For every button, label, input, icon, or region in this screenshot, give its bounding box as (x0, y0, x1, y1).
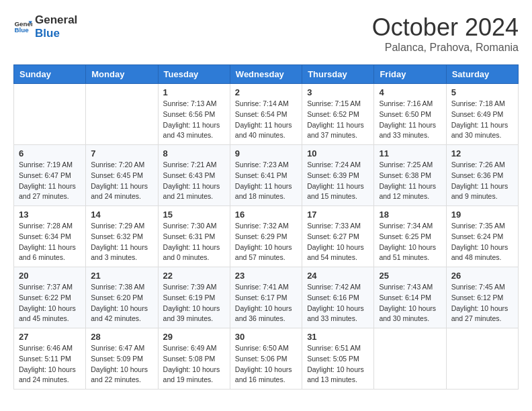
logo-text-general: General (35, 13, 77, 27)
day-info: Sunrise: 6:51 AMSunset: 5:05 PMDaylight:… (307, 343, 369, 385)
day-number: 1 (163, 87, 225, 97)
day-info: Sunrise: 7:26 AMSunset: 6:36 PMDaylight:… (451, 160, 513, 202)
weekday-header-friday: Friday (374, 65, 446, 84)
day-number: 23 (235, 271, 297, 281)
month-title: October 2024 (372, 13, 519, 42)
day-number: 12 (451, 148, 513, 158)
svg-text:Blue: Blue (14, 27, 29, 34)
calendar-cell: 31 Sunrise: 6:51 AMSunset: 5:05 PMDaylig… (302, 328, 374, 390)
day-info: Sunrise: 7:13 AMSunset: 6:56 PMDaylight:… (163, 99, 225, 141)
calendar-cell: 9 Sunrise: 7:23 AMSunset: 6:41 PMDayligh… (230, 145, 302, 206)
day-number: 4 (379, 87, 441, 97)
calendar-cell: 8 Sunrise: 7:21 AMSunset: 6:43 PMDayligh… (158, 145, 230, 206)
calendar-cell: 24 Sunrise: 7:42 AMSunset: 6:16 PMDaylig… (302, 267, 374, 328)
day-info: Sunrise: 6:50 AMSunset: 5:06 PMDaylight:… (235, 343, 297, 385)
day-info: Sunrise: 7:23 AMSunset: 6:41 PMDaylight:… (235, 160, 297, 202)
day-info: Sunrise: 7:30 AMSunset: 6:31 PMDaylight:… (163, 221, 225, 263)
day-info: Sunrise: 7:39 AMSunset: 6:19 PMDaylight:… (163, 282, 225, 324)
day-info: Sunrise: 6:49 AMSunset: 5:08 PMDaylight:… (163, 343, 225, 385)
day-info: Sunrise: 7:14 AMSunset: 6:54 PMDaylight:… (235, 99, 297, 141)
calendar-cell: 4 Sunrise: 7:16 AMSunset: 6:50 PMDayligh… (374, 84, 446, 145)
calendar-cell: 14 Sunrise: 7:29 AMSunset: 6:32 PMDaylig… (86, 206, 158, 267)
day-info: Sunrise: 6:46 AMSunset: 5:11 PMDaylight:… (19, 343, 81, 385)
calendar-cell (446, 328, 518, 390)
calendar-cell: 30 Sunrise: 6:50 AMSunset: 5:06 PMDaylig… (230, 328, 302, 390)
week-row-5: 27 Sunrise: 6:46 AMSunset: 5:11 PMDaylig… (14, 328, 519, 390)
calendar-cell: 2 Sunrise: 7:14 AMSunset: 6:54 PMDayligh… (230, 84, 302, 145)
calendar-cell: 11 Sunrise: 7:25 AMSunset: 6:38 PMDaylig… (374, 145, 446, 206)
day-info: Sunrise: 7:35 AMSunset: 6:24 PMDaylight:… (451, 221, 513, 263)
day-number: 26 (451, 271, 513, 281)
calendar-cell: 1 Sunrise: 7:13 AMSunset: 6:56 PMDayligh… (158, 84, 230, 145)
day-number: 25 (379, 271, 441, 281)
calendar-cell: 10 Sunrise: 7:24 AMSunset: 6:39 PMDaylig… (302, 145, 374, 206)
calendar-table: SundayMondayTuesdayWednesdayThursdayFrid… (13, 64, 519, 390)
day-info: Sunrise: 7:43 AMSunset: 6:14 PMDaylight:… (379, 282, 441, 324)
calendar-cell: 26 Sunrise: 7:45 AMSunset: 6:12 PMDaylig… (446, 267, 518, 328)
day-info: Sunrise: 7:20 AMSunset: 6:45 PMDaylight:… (91, 160, 152, 202)
calendar-cell: 22 Sunrise: 7:39 AMSunset: 6:19 PMDaylig… (158, 267, 230, 328)
day-number: 28 (91, 332, 152, 342)
day-info: Sunrise: 7:18 AMSunset: 6:49 PMDaylight:… (451, 99, 513, 141)
day-number: 13 (19, 210, 81, 220)
day-info: Sunrise: 6:47 AMSunset: 5:09 PMDaylight:… (91, 343, 152, 385)
weekday-header-saturday: Saturday (446, 65, 518, 84)
week-row-3: 13 Sunrise: 7:28 AMSunset: 6:34 PMDaylig… (14, 206, 519, 267)
day-number: 22 (163, 271, 225, 281)
day-info: Sunrise: 7:21 AMSunset: 6:43 PMDaylight:… (163, 160, 225, 202)
calendar-cell: 28 Sunrise: 6:47 AMSunset: 5:09 PMDaylig… (86, 328, 158, 390)
day-info: Sunrise: 7:42 AMSunset: 6:16 PMDaylight:… (307, 282, 369, 324)
day-number: 19 (451, 210, 513, 220)
calendar-cell: 6 Sunrise: 7:19 AMSunset: 6:47 PMDayligh… (14, 145, 86, 206)
calendar-cell: 12 Sunrise: 7:26 AMSunset: 6:36 PMDaylig… (446, 145, 518, 206)
weekday-header-row: SundayMondayTuesdayWednesdayThursdayFrid… (14, 65, 519, 84)
day-number: 2 (235, 87, 297, 97)
week-row-2: 6 Sunrise: 7:19 AMSunset: 6:47 PMDayligh… (14, 145, 519, 206)
location-subtitle: Palanca, Prahova, Romania (372, 42, 519, 54)
calendar-cell: 7 Sunrise: 7:20 AMSunset: 6:45 PMDayligh… (86, 145, 158, 206)
day-number: 31 (307, 332, 369, 342)
day-number: 6 (19, 148, 81, 158)
day-number: 20 (19, 271, 81, 281)
day-number: 10 (307, 148, 369, 158)
weekday-header-monday: Monday (86, 65, 158, 84)
calendar-cell (14, 84, 86, 145)
calendar-cell (374, 328, 446, 390)
day-number: 30 (235, 332, 297, 342)
day-number: 11 (379, 148, 441, 158)
day-info: Sunrise: 7:34 AMSunset: 6:25 PMDaylight:… (379, 221, 441, 263)
weekday-header-wednesday: Wednesday (230, 65, 302, 84)
day-info: Sunrise: 7:41 AMSunset: 6:17 PMDaylight:… (235, 282, 297, 324)
day-number: 17 (307, 210, 369, 220)
day-info: Sunrise: 7:19 AMSunset: 6:47 PMDaylight:… (19, 160, 81, 202)
weekday-header-sunday: Sunday (14, 65, 86, 84)
logo: General Blue General Blue (13, 13, 77, 41)
day-number: 18 (379, 210, 441, 220)
day-info: Sunrise: 7:28 AMSunset: 6:34 PMDaylight:… (19, 221, 81, 263)
day-number: 29 (163, 332, 225, 342)
day-info: Sunrise: 7:25 AMSunset: 6:38 PMDaylight:… (379, 160, 441, 202)
day-number: 9 (235, 148, 297, 158)
day-number: 3 (307, 87, 369, 97)
day-number: 16 (235, 210, 297, 220)
day-info: Sunrise: 7:45 AMSunset: 6:12 PMDaylight:… (451, 282, 513, 324)
weekday-header-thursday: Thursday (302, 65, 374, 84)
day-number: 24 (307, 271, 369, 281)
calendar-cell: 23 Sunrise: 7:41 AMSunset: 6:17 PMDaylig… (230, 267, 302, 328)
calendar-cell: 27 Sunrise: 6:46 AMSunset: 5:11 PMDaylig… (14, 328, 86, 390)
day-info: Sunrise: 7:32 AMSunset: 6:29 PMDaylight:… (235, 221, 297, 263)
day-number: 8 (163, 148, 225, 158)
page-header: General Blue General Blue October 2024 P… (13, 13, 519, 54)
logo-icon: General Blue (13, 17, 32, 36)
calendar-cell: 16 Sunrise: 7:32 AMSunset: 6:29 PMDaylig… (230, 206, 302, 267)
calendar-cell: 5 Sunrise: 7:18 AMSunset: 6:49 PMDayligh… (446, 84, 518, 145)
day-number: 27 (19, 332, 81, 342)
week-row-4: 20 Sunrise: 7:37 AMSunset: 6:22 PMDaylig… (14, 267, 519, 328)
calendar-cell: 19 Sunrise: 7:35 AMSunset: 6:24 PMDaylig… (446, 206, 518, 267)
day-info: Sunrise: 7:24 AMSunset: 6:39 PMDaylight:… (307, 160, 369, 202)
calendar-cell: 20 Sunrise: 7:37 AMSunset: 6:22 PMDaylig… (14, 267, 86, 328)
day-number: 5 (451, 87, 513, 97)
calendar-cell: 13 Sunrise: 7:28 AMSunset: 6:34 PMDaylig… (14, 206, 86, 267)
calendar-cell: 15 Sunrise: 7:30 AMSunset: 6:31 PMDaylig… (158, 206, 230, 267)
day-info: Sunrise: 7:29 AMSunset: 6:32 PMDaylight:… (91, 221, 152, 263)
